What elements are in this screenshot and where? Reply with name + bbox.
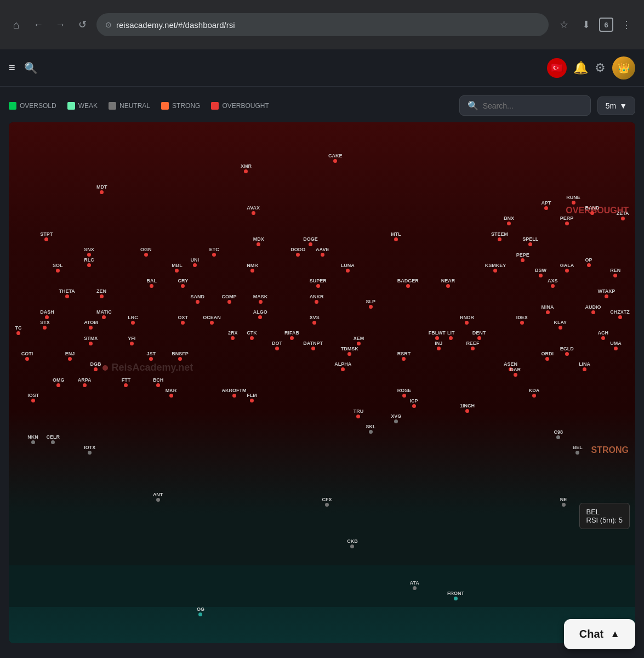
token-band[interactable]: BAND (585, 206, 600, 215)
token-mdx[interactable]: MDX (253, 237, 264, 246)
token-ctk[interactable]: CTK (247, 331, 257, 340)
token-axs[interactable]: AXS (548, 279, 558, 288)
token-avax[interactable]: AVAX (247, 206, 260, 215)
token-fblwt[interactable]: FBLWT (429, 331, 446, 340)
token-mdt[interactable]: MDT (96, 185, 107, 194)
token-kda[interactable]: KDA (529, 388, 540, 398)
token-snx[interactable]: SNX (84, 247, 94, 257)
tab-count[interactable]: 6 (599, 18, 613, 32)
token-xvg[interactable]: XVG (391, 414, 401, 423)
bookmark-button[interactable]: ☆ (555, 16, 573, 33)
refresh-button[interactable]: ↺ (75, 17, 90, 32)
token-lina[interactable]: LINA (579, 362, 590, 371)
token-cry[interactable]: CRY (178, 279, 189, 288)
token-reef[interactable]: REEF (466, 341, 479, 350)
token-bnx[interactable]: BNX (504, 216, 514, 225)
token-zen[interactable]: ZEN (96, 289, 106, 298)
token-pepe[interactable]: PEPE (516, 253, 529, 262)
token-wtaxp[interactable]: WTAXP (597, 289, 615, 298)
token-bsw[interactable]: BSW (535, 268, 546, 277)
token-arpa[interactable]: ARPA (78, 378, 92, 387)
token-ata[interactable]: ATA (410, 581, 419, 590)
token-bnsfp[interactable]: BNSFP (172, 351, 189, 361)
token-ne[interactable]: NE (560, 497, 567, 507)
token-gala[interactable]: GALA (560, 263, 574, 273)
token-rndr[interactable]: RNDR (460, 315, 474, 325)
time-selector[interactable]: 5m ▼ (597, 97, 635, 115)
language-flag[interactable]: 🇹🇷 (547, 58, 567, 78)
token-jst[interactable]: JST (146, 351, 156, 361)
token-stpt[interactable]: STPT (40, 232, 53, 241)
token-uma[interactable]: UMA (610, 341, 622, 350)
token-omg[interactable]: OMG (53, 378, 65, 387)
hamburger-button[interactable]: ≡ (9, 61, 15, 74)
token-2rx[interactable]: 2RX (228, 331, 238, 340)
token-ant[interactable]: ANT (153, 492, 163, 502)
token-ocean[interactable]: OCEAN (203, 315, 221, 325)
token-apt[interactable]: APT (542, 201, 551, 210)
token-yfi[interactable]: YFI (128, 336, 135, 345)
token-etc[interactable]: ETC (209, 247, 219, 257)
token-ach[interactable]: ACH (597, 331, 608, 340)
token-atom[interactable]: ATOM (84, 320, 98, 330)
token-rsrt[interactable]: RSRT (397, 351, 411, 361)
more-button[interactable]: ⋮ (618, 16, 635, 33)
token-dash[interactable]: DASH (40, 310, 54, 319)
token-tdmsk[interactable]: TDMSK (341, 347, 358, 356)
address-bar[interactable]: ⊙ reisacademy.net/#/dashboard/rsi (96, 13, 549, 36)
token-lit[interactable]: LIT (447, 331, 455, 340)
token-idex[interactable]: IDEX (516, 315, 528, 325)
token-cfx[interactable]: CFX (322, 497, 332, 507)
token-enj[interactable]: ENJ (65, 351, 75, 361)
chat-button[interactable]: Chat ▲ (564, 619, 635, 649)
token-egld[interactable]: EGLD (560, 347, 574, 356)
token-rlc[interactable]: RLC (84, 258, 94, 267)
token-xvs[interactable]: XVS (310, 315, 320, 325)
token-spell[interactable]: SPELL (522, 237, 538, 246)
token-super[interactable]: SUPER (310, 279, 327, 288)
token-op[interactable]: OP (585, 258, 592, 267)
user-avatar[interactable]: 👑 (612, 56, 635, 80)
token-bch[interactable]: BCH (153, 378, 164, 387)
token-chzxtz[interactable]: CHZXTZ (610, 310, 630, 319)
token-steem[interactable]: STEEM (491, 232, 508, 241)
back-button[interactable]: ← (31, 17, 46, 32)
token-ordi[interactable]: ORDI (542, 351, 554, 361)
token-oxt[interactable]: OXT (178, 315, 189, 325)
search-box[interactable]: 🔍 (459, 95, 591, 116)
token-perp[interactable]: PERP (560, 216, 574, 225)
token-cake[interactable]: CAKE (328, 154, 343, 163)
token-mask[interactable]: MASK (253, 294, 268, 304)
header-search-button[interactable]: 🔍 (24, 61, 38, 75)
token-og[interactable]: OG (197, 607, 204, 616)
token-akroftm[interactable]: AKROFTM (222, 388, 247, 398)
token-dot[interactable]: DOT (272, 341, 282, 350)
token-1inch[interactable]: 1INCH (460, 404, 475, 413)
token-uni[interactable]: UNI (190, 258, 199, 267)
token-nkn[interactable]: NKN (27, 435, 38, 444)
token-iost[interactable]: IOST (27, 393, 39, 402)
token-badger[interactable]: BADGER (397, 279, 419, 288)
token-icp[interactable]: ICP (410, 399, 418, 408)
token-audio[interactable]: AUDIO (585, 305, 601, 314)
token-tc[interactable]: TC (15, 326, 21, 335)
token-dodo[interactable]: DODO (290, 247, 305, 257)
token-klay[interactable]: KLAY (554, 320, 567, 330)
token-ckb[interactable]: CKB (347, 539, 358, 548)
token-theta[interactable]: THETA (59, 289, 75, 298)
token-sand[interactable]: SAND (190, 294, 204, 304)
token-matic[interactable]: MATIC (96, 310, 112, 319)
home-button[interactable]: ⌂ (9, 17, 24, 32)
token-dgb[interactable]: DGB (90, 362, 101, 371)
token-flm[interactable]: FLM (247, 393, 257, 402)
download-button[interactable]: ⬇ (577, 16, 595, 33)
token-aave[interactable]: AAVE (316, 247, 329, 257)
token-slp[interactable]: SLP (366, 299, 376, 309)
token-mbl[interactable]: MBL (172, 263, 183, 273)
token-mina[interactable]: MINA (542, 305, 554, 314)
token-ogn[interactable]: OGN (140, 247, 152, 257)
token-lrc[interactable]: LRC (128, 315, 138, 325)
token-dar[interactable]: DAR (510, 367, 521, 377)
token-nmr[interactable]: NMR (247, 263, 258, 273)
token-rifab[interactable]: RIFAB (284, 331, 299, 340)
